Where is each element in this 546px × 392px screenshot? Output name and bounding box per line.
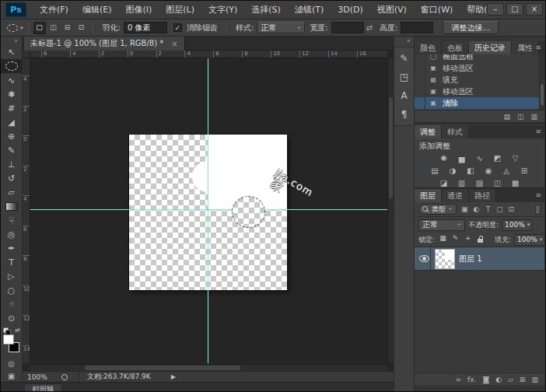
menu-item[interactable]: 滤镜(T)	[288, 4, 331, 16]
zoom-level-input[interactable]: 100%	[23, 373, 55, 381]
layer-thumbnail[interactable]	[435, 249, 455, 269]
eyedropper-tool[interactable]: ◢	[1, 115, 22, 129]
layer-name[interactable]: 图层 1	[459, 254, 482, 264]
quick-selection-tool[interactable]: ✱	[1, 87, 22, 101]
brush-tool[interactable]: ✎	[1, 143, 22, 157]
history-brush-tool[interactable]: ↺	[1, 171, 22, 185]
status-arrow-icon[interactable]: ▶	[171, 373, 176, 380]
new-selection[interactable]: ▢	[33, 22, 46, 34]
maximize-button[interactable]: □	[506, 3, 523, 16]
tab-channels[interactable]: 通道	[442, 189, 469, 202]
filter-toggle-switch[interactable]	[535, 205, 541, 215]
history-entry[interactable]: ◯ 椭圆选框	[415, 54, 544, 62]
tab-layers[interactable]: 图层	[415, 189, 442, 202]
tab-styles[interactable]: 样式	[442, 125, 469, 138]
menu-item[interactable]: 图像(I)	[118, 4, 159, 16]
blend-mode-dropdown[interactable]: 正常 ÷	[418, 219, 465, 231]
layer-style-button[interactable]: fx.	[467, 376, 476, 383]
filter-type-layers-icon[interactable]: T	[483, 205, 493, 213]
horizontal-guide[interactable]	[30, 209, 387, 210]
invert-adjustment-icon[interactable]: ◪	[438, 177, 450, 188]
gradient-tool[interactable]	[1, 199, 22, 213]
intersect-selection[interactable]: ⊡	[75, 22, 88, 34]
healing-brush-tool[interactable]: ⊕	[1, 129, 22, 143]
crop-tool[interactable]: #	[1, 101, 22, 115]
filter-smart-objects-icon[interactable]: ⊡	[506, 205, 516, 213]
document-info[interactable]: 文档:263.7K/87.9K ▶	[79, 372, 184, 382]
new-adjustment-layer-button[interactable]: ◐	[495, 376, 502, 383]
history-entry[interactable]: ▣ 移动选区	[415, 86, 544, 97]
history-source-checkbox[interactable]	[415, 62, 425, 74]
scrollbar-thumb[interactable]	[541, 84, 544, 106]
channel-mixer-adjustment-icon[interactable]: ◬	[500, 165, 513, 176]
new-layer-button[interactable]: ⊞	[520, 376, 526, 383]
history-entry[interactable]: ▣ 移动选区	[415, 62, 544, 74]
curves-adjustment-icon[interactable]: ∿	[474, 152, 486, 163]
paragraph-panel-icon[interactable]: ¶	[394, 105, 414, 124]
scrollbar-thumb[interactable]	[389, 97, 393, 198]
link-layers-button[interactable]: ∞	[456, 376, 462, 383]
refine-edge-button[interactable]: 调整边缘…	[443, 21, 499, 34]
menu-item[interactable]: 文字(Y)	[201, 4, 244, 16]
brush-panel-icon[interactable]: ✎	[394, 49, 414, 68]
lock-image-pixels-icon[interactable]: ✎	[450, 234, 460, 245]
dodge-tool[interactable]: ◎	[1, 227, 22, 241]
timeline-tab[interactable]: 时间轴	[24, 383, 62, 392]
history-entry[interactable]: ▦ 填充	[415, 74, 544, 86]
layer-visibility-toggle[interactable]	[418, 247, 431, 270]
elliptical-marquee-tool[interactable]	[1, 59, 22, 73]
menu-item[interactable]: 文件(F)	[33, 4, 75, 16]
style-dropdown[interactable]: 正常 ÷	[257, 22, 305, 33]
type-tool[interactable]: T	[1, 255, 22, 269]
height-input[interactable]	[401, 22, 433, 33]
swap-dimensions-icon[interactable]: ⇄	[366, 23, 373, 32]
ellipse-shape-tool[interactable]: ○	[1, 283, 22, 297]
history-entry[interactable]: ▣ 清除	[415, 97, 544, 109]
menu-item[interactable]: 编辑(E)	[75, 4, 119, 16]
zoom-tool-tool[interactable]: ⊙	[1, 311, 22, 325]
minimize-button[interactable]: –	[487, 3, 504, 16]
expand-panels-icon[interactable]: «	[394, 37, 414, 44]
antialias-checkbox[interactable]: ✓	[173, 23, 182, 32]
photo-filter-adjustment-icon[interactable]: ◉	[482, 165, 495, 176]
collapse-toolbar-icon[interactable]: »	[1, 37, 22, 45]
panel-menu-icon[interactable]: ≡	[535, 128, 541, 135]
fill-dropdown[interactable]: 100% ▾	[514, 234, 545, 246]
menu-item[interactable]: 图层(L)	[159, 4, 201, 16]
canvas-area[interactable]: 6420246810121416 4202468101214 jia.com 家	[23, 51, 394, 371]
delete-layer-button[interactable]: ▥	[531, 376, 538, 383]
hue-saturation-adjustment-icon[interactable]: ▤	[429, 165, 441, 176]
menu-item[interactable]: 选择(S)	[244, 4, 288, 16]
filter-shape-layers-icon[interactable]: ▢	[495, 205, 505, 213]
tool-preset-picker[interactable]: ▾	[7, 24, 23, 32]
new-group-button[interactable]: ▱	[508, 376, 513, 383]
character-panel-icon[interactable]: A	[394, 86, 414, 105]
move-tool[interactable]: ↖	[1, 45, 22, 59]
menu-item[interactable]: 视图(V)	[370, 4, 414, 16]
lock-position-icon[interactable]: +	[463, 234, 473, 245]
vertical-scrollbar[interactable]	[387, 58, 394, 363]
horizontal-scrollbar[interactable]	[30, 364, 387, 371]
ruler-origin[interactable]	[23, 51, 30, 58]
default-colors-icon[interactable]	[3, 327, 10, 334]
scrollbar-thumb[interactable]	[85, 366, 240, 370]
history-source-checkbox[interactable]	[415, 54, 425, 62]
history-source-checkbox[interactable]	[415, 86, 425, 97]
threshold-adjustment-icon[interactable]: ▨	[474, 177, 486, 188]
tab-swatches[interactable]: 色板	[442, 41, 469, 54]
color-lookup-adjustment-icon[interactable]: ⊞	[518, 165, 530, 176]
width-input[interactable]	[331, 22, 364, 33]
lock-transparent-pixels-icon[interactable]: ▦	[438, 234, 448, 245]
document-tab[interactable]: 未标题-1 @ 100% (图层 1, RGB/8) * ×	[24, 37, 185, 51]
exposure-adjustment-icon[interactable]: ◩	[492, 152, 504, 163]
tab-paths[interactable]: 路径	[469, 189, 496, 202]
history-source-checkbox[interactable]	[415, 74, 425, 86]
horizontal-ruler[interactable]: 6420246810121416	[30, 51, 387, 58]
new-snapshot[interactable]: ◫	[517, 113, 524, 121]
subtract-from-selection[interactable]: ⊟	[61, 22, 74, 34]
panel-menu-icon[interactable]: ≡	[535, 191, 541, 199]
pen-tool[interactable]: ✒	[1, 241, 22, 255]
tab-adjustments[interactable]: 调整	[415, 125, 442, 138]
quick-mask-button[interactable]: ◎	[1, 357, 22, 369]
posterize-adjustment-icon[interactable]: ▥	[456, 177, 468, 188]
